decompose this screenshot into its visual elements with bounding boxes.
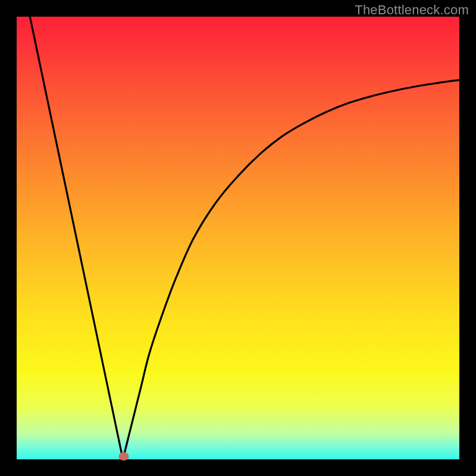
curve-left — [30, 17, 123, 459]
chart-frame: TheBottleneck.com — [0, 0, 476, 476]
attribution-text: TheBottleneck.com — [355, 2, 469, 18]
curve-right — [123, 80, 459, 459]
min-marker — [119, 452, 129, 461]
curve-svg — [17, 17, 459, 459]
plot-area — [17, 17, 459, 459]
